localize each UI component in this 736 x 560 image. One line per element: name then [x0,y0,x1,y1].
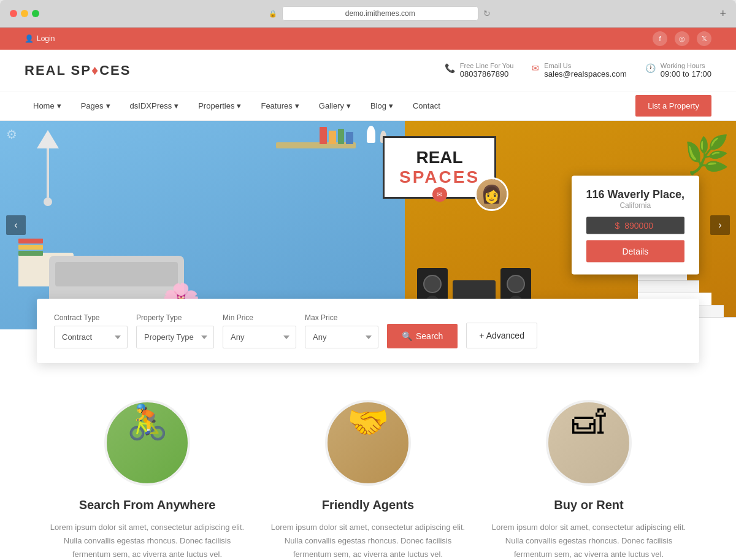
book-4 [346,132,353,144]
nav-blog[interactable]: Blog ▾ [362,91,402,120]
brand-line2: SPACES [399,167,480,187]
hero-next-button[interactable]: › [710,215,730,235]
logo-accent: ♦ [91,63,99,78]
browser-bar: 🔒 demo.imithemes.com ↻ [44,6,715,21]
close-dot[interactable] [10,10,17,17]
mail-badge[interactable]: ✉ [432,187,447,202]
envelope-icon: ✉ [437,191,442,199]
feature-agents-icon: 🤝 [328,402,408,442]
phone-label: Free Line For You [460,62,513,69]
property-city: California [586,201,684,210]
currency-symbol: $ [615,221,620,231]
feature-buy-rent-image: 🛋 [546,400,632,486]
avatar-image: 👩 [477,179,507,209]
top-bar: 👤 Login f ◎ 𝕏 [0,28,736,50]
browser-chrome: 🔒 demo.imithemes.com ↻ + [0,0,736,28]
feature-buy-rent-title: Buy or Rent [491,498,687,512]
feature-search-image: 🚴 [104,400,190,486]
stack-book-3 [18,251,43,256]
room-books [320,127,353,144]
nav-contact[interactable]: Contact [404,91,449,120]
nav-properties[interactable]: Properties ▾ [190,91,250,120]
lock-icon: 🔒 [269,10,277,18]
feature-buy-rent: 🛋 Buy or Rent Lorem ipsum dolor sit amet… [491,400,687,560]
min-price-label: Min Price [223,313,296,322]
property-card: 116 Waverly Place, California $ 890000 D… [572,176,699,275]
clock-icon: 🕐 [645,63,656,73]
vase-1 [367,126,375,143]
twitter-icon[interactable]: 𝕏 [697,31,711,46]
chevron-down-icon: ▾ [389,101,393,110]
search-bar: Contract Type Contract For Sale For Rent… [37,299,699,363]
book-stack [18,239,43,256]
email-icon: ✉ [532,63,539,73]
contract-type-select[interactable]: Contract For Sale For Rent [54,326,128,348]
hours-label: Working Hours [661,62,711,69]
feature-buy-rent-text: Lorem ipsum dolor sit amet, consectetur … [491,521,687,560]
nav-gallery[interactable]: Gallery ▾ [310,91,359,120]
nav-features[interactable]: Features ▾ [252,91,307,120]
feature-search: 🚴 Search From Anywhere Lorem ipsum dolor… [49,400,245,560]
hours-value: 09:00 to 17:00 [661,69,711,79]
book-2 [329,131,336,144]
feature-agents-text: Lorem ipsum dolor sit amet, consectetur … [270,521,466,560]
search-button[interactable]: 🔍 Search [387,324,458,348]
new-tab-button[interactable]: + [719,7,726,20]
nav-home[interactable]: Home ▾ [25,91,70,120]
phone-details: Free Line For You 08037867890 [460,62,513,79]
min-price-select[interactable]: Any $100,000 $200,000 [223,326,296,348]
advanced-button[interactable]: + Advanced [466,323,537,348]
feature-search-icon: 🚴 [107,402,188,442]
phone-info: 📞 Free Line For You 08037867890 [445,62,513,79]
hours-info: 🕐 Working Hours 09:00 to 17:00 [645,62,711,79]
property-price: 890000 [624,221,653,231]
chevron-down-icon: ▾ [237,101,241,110]
book-3 [338,129,344,144]
min-price-field: Min Price Any $100,000 $200,000 [223,313,296,348]
social-icons: f ◎ 𝕏 [653,31,711,46]
hero-room-left: 🌸 [0,121,405,329]
price-badge: $ 890000 [586,217,684,234]
max-price-field: Max Price Any $500,000 $1,000,000 [305,313,378,348]
chevron-down-icon: ▾ [57,101,61,110]
facebook-icon[interactable]: f [653,31,667,46]
hero-prev-button[interactable]: ‹ [6,215,26,235]
login-button[interactable]: 👤 Login [25,34,55,43]
brand-line1: REAL [399,148,480,167]
details-button[interactable]: Details [586,240,684,263]
refresh-icon[interactable]: ↻ [483,9,491,18]
features-section: 🚴 Search From Anywhere Lorem ipsum dolor… [0,363,736,560]
book-1 [320,127,327,144]
nav-list-property[interactable]: List a Property [635,95,711,117]
nav-dsidxpress[interactable]: dsIDXPress ▾ [121,91,188,120]
feature-agents-image: 🤝 [325,400,411,486]
maximize-dot[interactable] [32,10,39,17]
chevron-down-icon: ▾ [295,101,299,110]
hero-section: 🌸 🌿 [0,121,736,329]
email-info: ✉ Email Us sales@realspaces.com [532,62,627,79]
property-type-label: Property Type [136,313,214,322]
settings-icon[interactable]: ⚙ [6,127,17,142]
address-bar[interactable]: demo.imithemes.com [282,6,478,21]
feature-buy-rent-icon: 🛋 [548,402,629,442]
max-price-select[interactable]: Any $500,000 $1,000,000 [305,326,378,348]
main-nav: Home ▾ Pages ▾ dsIDXPress ▾ Properties ▾… [0,91,736,121]
property-type-field: Property Type Property Type House Apartm… [136,313,214,348]
chevron-down-icon: ▾ [174,101,178,110]
phone-value: 08037867890 [460,69,513,79]
minimize-dot[interactable] [21,10,28,17]
page-content: 👤 Login f ◎ 𝕏 REAL SP♦CES 📞 Free Line Fo… [0,28,736,560]
site-logo[interactable]: REAL SP♦CES [25,63,131,79]
email-label: Email Us [544,62,627,69]
nav-pages[interactable]: Pages ▾ [72,91,119,120]
email-details: Email Us sales@realspaces.com [544,62,627,79]
brand-overlay: REAL SPACES 👩 ✉ [383,136,496,199]
chevron-down-icon: ▾ [347,101,351,110]
stack-book-1 [18,239,43,244]
property-type-select[interactable]: Property Type House Apartment Condo [136,326,214,348]
instagram-icon[interactable]: ◎ [675,31,689,46]
feature-search-title: Search From Anywhere [49,498,245,512]
email-value: sales@realspaces.com [544,69,627,79]
agent-avatar: 👩 [475,177,508,211]
search-icon: 🔍 [402,331,412,341]
